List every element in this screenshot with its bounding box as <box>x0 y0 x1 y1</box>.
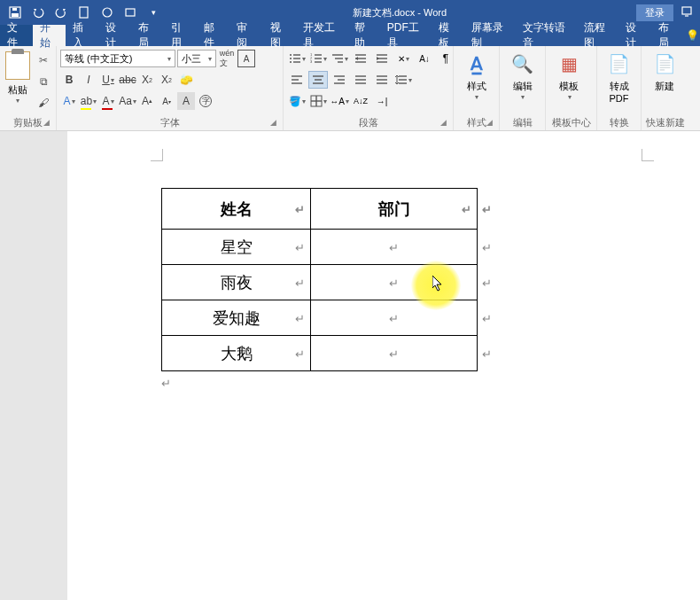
login-button[interactable]: 登录 <box>636 4 673 21</box>
increase-indent-icon[interactable] <box>372 50 392 67</box>
highlight-color-icon[interactable]: ab▾ <box>80 92 97 110</box>
clear-format-icon[interactable]: 🧽 <box>177 71 195 89</box>
tab-help[interactable]: 帮助 <box>347 25 380 46</box>
sort-icon[interactable]: A↓ <box>415 50 434 67</box>
font-color-icon[interactable]: A▾ <box>99 92 117 110</box>
table-header-name[interactable]: 姓名↵ <box>162 189 311 230</box>
edit-button[interactable]: 🔍 编辑 ▾ <box>503 48 541 101</box>
undo-icon[interactable] <box>28 3 48 22</box>
subscript-button[interactable]: X2 <box>138 71 156 89</box>
format-painter-icon[interactable]: 🖌 <box>35 94 52 112</box>
document-area: 姓名↵ 部门↵↵ 星空↵ ↵↵ 雨夜↵ ↵↵ 爱知趣↵ ↵↵ 大鹅↵ ↵↵ ↵ <box>0 131 700 600</box>
distribute-icon[interactable] <box>372 71 392 89</box>
tab-mail[interactable]: 邮件 <box>197 25 229 46</box>
dialog-launcher-icon[interactable]: ◢ <box>440 118 451 129</box>
asian-layout-icon[interactable]: ✕▾ <box>393 50 413 67</box>
table-cell[interactable]: ↵↵ <box>311 230 478 265</box>
tab-view[interactable]: 视图 <box>263 25 296 46</box>
decrease-indent-icon[interactable] <box>351 50 370 67</box>
print-preview-icon[interactable] <box>97 3 117 22</box>
bold-button[interactable]: B <box>60 71 78 89</box>
ribbon-tabs: 文件 开始 插入 设计 布局 引用 邮件 审阅 视图 开发工具 帮助 PDF工具… <box>0 25 700 46</box>
tab-layout[interactable]: 布局 <box>131 25 164 46</box>
table-cell[interactable]: ↵↵ <box>311 265 478 300</box>
tab-references[interactable]: 引用 <box>164 25 197 46</box>
char-shading-icon[interactable]: Aa▾ <box>119 92 136 110</box>
new-doc-icon[interactable] <box>74 3 94 22</box>
tab-design[interactable]: 设计 <box>98 25 131 46</box>
dialog-launcher-icon[interactable]: ◢ <box>270 118 281 129</box>
tab-screenrec[interactable]: 屏幕录制 <box>464 25 516 46</box>
show-marks-icon[interactable]: ¶ <box>436 50 455 67</box>
copy-icon[interactable]: ⧉ <box>35 73 52 90</box>
align-center-icon[interactable] <box>308 71 328 89</box>
ribbon-display-options-icon[interactable] <box>681 5 693 19</box>
justify-icon[interactable] <box>351 71 370 89</box>
save-icon[interactable] <box>5 3 25 22</box>
tab-dev[interactable]: 开发工具 <box>296 25 347 46</box>
document-table[interactable]: 姓名↵ 部门↵↵ 星空↵ ↵↵ 雨夜↵ ↵↵ 爱知趣↵ ↵↵ 大鹅↵ ↵↵ <box>161 188 478 371</box>
sort-az-icon[interactable]: A↓Z <box>351 92 370 110</box>
convert-pdf-button[interactable]: 📄 转成PDF <box>601 48 637 104</box>
numbering-icon[interactable]: 123▾ <box>308 50 328 67</box>
underline-button[interactable]: U▾ <box>99 71 117 89</box>
font-size-combo[interactable]: 小三▾ <box>177 50 216 67</box>
table-cell[interactable]: 星空↵ <box>162 230 311 265</box>
table-cell[interactable]: ↵↵ <box>311 300 478 336</box>
template-button[interactable]: ▦ 模板 ▾ <box>549 48 588 101</box>
new-button[interactable]: 📄 新建 <box>645 48 684 93</box>
tab-tts[interactable]: 文字转语音 <box>516 25 577 46</box>
tab-flowchart[interactable]: 流程图 <box>577 25 619 46</box>
table-cell[interactable]: 大鹅↵ <box>162 336 311 371</box>
tab-insert[interactable]: 插入 <box>66 25 98 46</box>
group-convert: 📄 转成PDF 转换 <box>597 46 642 130</box>
char-border-icon[interactable]: A <box>237 50 255 67</box>
tell-me-icon[interactable]: 💡 <box>684 25 700 46</box>
table-cell[interactable]: ↵↵ <box>311 336 478 371</box>
table-header-dept[interactable]: 部门↵↵ <box>311 189 478 230</box>
table-cell[interactable]: 爱知趣↵ <box>162 300 311 336</box>
grow-font-button[interactable]: A▴ <box>138 92 156 110</box>
shrink-font-button[interactable]: A▾ <box>158 92 175 110</box>
superscript-button[interactable]: X2 <box>158 71 175 89</box>
strikethrough-button[interactable]: abc <box>119 71 136 89</box>
dialog-launcher-icon[interactable]: ◢ <box>486 118 497 129</box>
margin-corner-icon <box>642 149 654 161</box>
svg-rect-3 <box>80 7 88 18</box>
document-page[interactable]: 姓名↵ 部门↵↵ 星空↵ ↵↵ 雨夜↵ ↵↵ 爱知趣↵ ↵↵ 大鹅↵ ↵↵ ↵ <box>67 131 700 600</box>
tab-table-layout[interactable]: 布局 <box>651 25 684 46</box>
phonetic-guide-icon[interactable]: wén文 <box>218 50 236 67</box>
line-spacing-icon[interactable]: ▾ <box>393 71 413 89</box>
italic-button[interactable]: I <box>80 71 97 89</box>
tab-home[interactable]: 开始 <box>33 25 66 46</box>
borders-icon[interactable]: ▾ <box>308 92 328 110</box>
char-scale-icon[interactable]: ↔A▾ <box>330 92 349 110</box>
paste-button[interactable]: 粘贴 ▾ <box>4 48 31 105</box>
tab-templates[interactable]: 模板 <box>432 25 464 46</box>
tab-pdf[interactable]: PDF工具 <box>380 25 432 46</box>
shape-icon[interactable] <box>121 3 140 22</box>
multilevel-list-icon[interactable]: ▾ <box>330 50 349 67</box>
dialog-launcher-icon[interactable]: ◢ <box>43 118 54 129</box>
tab-review[interactable]: 审阅 <box>229 25 262 46</box>
tab-table-design[interactable]: 设计 <box>618 25 651 46</box>
redo-icon[interactable] <box>51 3 71 22</box>
circled-char-icon[interactable]: 字 <box>197 92 214 110</box>
margin-corner-icon <box>151 149 163 161</box>
align-right-icon[interactable] <box>330 71 349 89</box>
styles-button[interactable]: A̲ 样式 ▾ <box>457 48 495 101</box>
bullets-icon[interactable]: ▾ <box>287 50 307 67</box>
shading-icon[interactable]: 🪣▾ <box>287 92 307 110</box>
paragraph-mark-icon: ↵ <box>161 377 700 390</box>
enclosed-char-icon[interactable]: A <box>177 92 195 110</box>
table-cell[interactable]: 雨夜↵ <box>162 265 311 300</box>
align-left-icon[interactable] <box>287 71 307 89</box>
font-name-combo[interactable]: 等线 (中文正文)▾ <box>60 50 175 67</box>
group-label: 模板中心 <box>549 116 593 130</box>
chevron-down-icon: ▾ <box>16 97 19 105</box>
qat-customize-icon[interactable]: ▾ <box>144 3 163 22</box>
text-effects-icon[interactable]: A▾ <box>60 92 78 110</box>
tab-leader-icon[interactable]: →| <box>372 92 392 110</box>
tab-file[interactable]: 文件 <box>0 25 33 46</box>
cut-icon[interactable]: ✂ <box>35 51 52 69</box>
